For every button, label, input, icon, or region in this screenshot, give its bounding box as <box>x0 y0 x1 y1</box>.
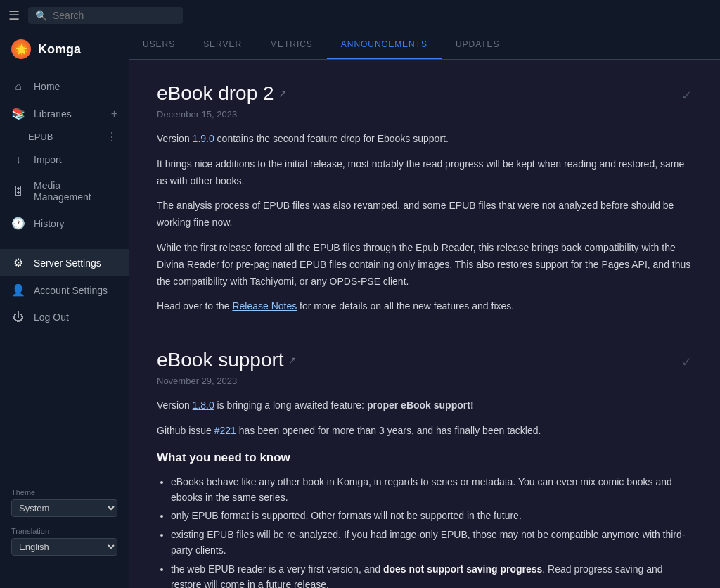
sidebar-item-label: Log Out <box>34 312 117 323</box>
search-input[interactable] <box>53 10 176 21</box>
list-item: eBooks behave like any other book in Kom… <box>171 474 692 506</box>
theme-select[interactable]: System <box>11 499 117 517</box>
home-icon: ⌂ <box>11 80 25 93</box>
announcements-content: ✓ eBook drop 2 ↗ December 15, 2023 Versi… <box>129 60 720 588</box>
main-content: USERS SERVER METRICS ANNOUNCEMENTS UPDAT… <box>129 31 720 588</box>
epub-library-menu-icon[interactable]: ⋮ <box>106 130 117 143</box>
translation-select[interactable]: English <box>11 538 117 556</box>
media-management-icon: 🎛 <box>11 185 25 198</box>
sidebar-nav: ⌂ Home 📚 Libraries + EPUB ⋮ ↓ Import 🎛 M… <box>0 73 129 331</box>
log-out-icon: ⏻ <box>11 311 25 324</box>
tab-metrics[interactable]: METRICS <box>256 31 327 59</box>
sidebar-item-log-out[interactable]: ⏻ Log Out <box>0 304 129 331</box>
theme-section: Theme System <box>11 488 117 517</box>
check-icon: ✓ <box>681 88 692 103</box>
sidebar-item-label: Home <box>34 81 117 92</box>
menu-icon[interactable]: ☰ <box>8 8 20 23</box>
tab-updates[interactable]: UPDATES <box>442 31 514 59</box>
sidebar-item-libraries[interactable]: 📚 Libraries + <box>0 100 129 127</box>
announcement-ebook-support: ✓ eBook support ↗ November 29, 2023 Vers… <box>157 349 692 588</box>
version-180-link[interactable]: 1.8.0 <box>193 400 214 411</box>
announcement-ebook-drop-2: ✓ eBook drop 2 ↗ December 15, 2023 Versi… <box>157 82 692 315</box>
theme-label: Theme <box>11 488 117 497</box>
sidebar-divider <box>0 243 129 243</box>
sidebar-item-media-management[interactable]: 🎛 Media Management <box>0 173 129 210</box>
epub-library-name[interactable]: EPUB <box>11 132 53 142</box>
sidebar-item-account-settings[interactable]: 👤 Account Settings <box>0 276 129 304</box>
tab-users[interactable]: USERS <box>129 31 189 59</box>
translation-section: Translation English <box>11 527 117 556</box>
ext-link-icon: ↗ <box>278 88 287 99</box>
app-logo: 🌟 Komga <box>0 31 129 68</box>
announcement-title-2: eBook support ↗ <box>157 349 692 371</box>
tab-server[interactable]: SERVER <box>189 31 256 59</box>
tab-announcements[interactable]: ANNOUNCEMENTS <box>327 31 442 59</box>
announcement-date: December 15, 2023 <box>157 109 692 120</box>
sidebar-item-label: Server Settings <box>34 257 117 269</box>
translation-label: Translation <box>11 527 117 535</box>
logo-icon: 🌟 <box>11 39 31 59</box>
announcement-body-2: Version 1.8.0 is bringing a long awaited… <box>157 397 692 588</box>
server-settings-icon: ⚙ <box>11 256 25 269</box>
check-icon-2: ✓ <box>681 354 692 370</box>
what-to-know-title: What you need to know <box>157 448 692 468</box>
list-item: only EPUB format is supported. Other for… <box>171 508 692 523</box>
sidebar-item-server-settings[interactable]: ⚙ Server Settings <box>0 249 129 276</box>
tabs-bar: USERS SERVER METRICS ANNOUNCEMENTS UPDAT… <box>129 31 720 60</box>
sidebar-item-home[interactable]: ⌂ Home <box>0 73 129 100</box>
release-notes-link[interactable]: Release Notes <box>232 300 297 312</box>
what-to-know-list: eBooks behave like any other book in Kom… <box>157 474 692 588</box>
import-icon: ↓ <box>11 153 25 166</box>
history-icon: 🕐 <box>11 217 25 230</box>
list-item: existing EPUB files will be re-analyzed.… <box>171 527 692 558</box>
sidebar-item-label: Import <box>34 154 117 165</box>
list-item: the web EPUB reader is a very first vers… <box>171 561 692 588</box>
ext-link-icon-2: ↗ <box>288 354 297 366</box>
add-library-icon[interactable]: + <box>111 108 117 120</box>
sidebar-footer: Theme System Translation English <box>0 480 129 574</box>
epub-library-header: EPUB ⋮ <box>0 127 129 146</box>
account-settings-icon: 👤 <box>11 283 25 297</box>
sidebar-item-label: Media Management <box>34 180 117 203</box>
sidebar-item-import[interactable]: ↓ Import <box>0 146 129 173</box>
announcement-title: eBook drop 2 ↗ <box>157 82 692 105</box>
sidebar-item-label: Account Settings <box>34 285 117 296</box>
search-icon: 🔍 <box>35 10 47 21</box>
version-link[interactable]: 1.9.0 <box>193 133 214 144</box>
sidebar-item-label: Libraries <box>34 108 103 120</box>
announcement-date-2: November 29, 2023 <box>157 376 692 386</box>
search-box: 🔍 <box>28 7 183 24</box>
sidebar-item-label: History <box>34 218 117 229</box>
sidebar: 🌟 Komga ⌂ Home 📚 Libraries + EPUB ⋮ ↓ Im… <box>0 31 129 588</box>
app-name: Komga <box>38 42 81 57</box>
github-221-link[interactable]: #221 <box>214 425 236 436</box>
sidebar-item-history[interactable]: 🕐 History <box>0 210 129 237</box>
libraries-icon: 📚 <box>11 107 25 120</box>
announcement-body: Version 1.9.0 contains the second featur… <box>157 131 692 315</box>
